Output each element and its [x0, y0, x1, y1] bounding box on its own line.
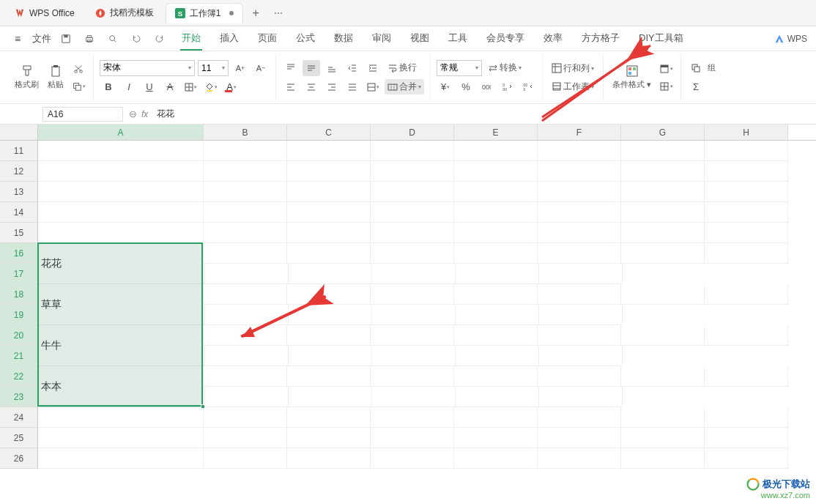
row-header-19[interactable]: 19	[0, 305, 38, 325]
ribbon-tab-formula[interactable]: 公式	[294, 27, 316, 51]
row-header-26[interactable]: 26	[0, 448, 38, 469]
cell-F25[interactable]	[538, 428, 621, 448]
redo-icon[interactable]	[151, 30, 168, 48]
fx-label[interactable]: fx	[141, 109, 148, 119]
cell-G26[interactable]	[621, 448, 705, 469]
ribbon-tab-fanggrid[interactable]: 方方格子	[580, 27, 621, 51]
cell-D25[interactable]	[371, 428, 454, 448]
align-justify-button[interactable]	[344, 79, 361, 95]
cell-G17[interactable]	[456, 264, 539, 284]
cell-G23[interactable]	[456, 387, 539, 407]
cell-C20[interactable]	[287, 325, 371, 346]
column-header-H[interactable]: H	[705, 125, 788, 140]
column-header-A[interactable]: A	[38, 125, 204, 140]
cell-C12[interactable]	[287, 161, 371, 182]
cell-B16[interactable]	[204, 243, 287, 264]
bold-button[interactable]: B	[100, 79, 117, 95]
cell-H15[interactable]	[705, 223, 788, 243]
cell-C15[interactable]	[287, 223, 371, 243]
ribbon-tab-efficiency[interactable]: 效率	[542, 27, 564, 51]
cell-E11[interactable]	[454, 141, 538, 161]
cell-F14[interactable]	[538, 202, 621, 223]
cell-B22[interactable]	[204, 366, 287, 387]
cell-E25[interactable]	[454, 428, 538, 448]
cell-H17[interactable]	[539, 264, 623, 284]
cell-F20[interactable]	[538, 325, 621, 346]
cell-E16[interactable]	[454, 243, 538, 264]
cell-A16[interactable]: 花花	[38, 243, 204, 284]
cell-H19[interactable]	[539, 305, 623, 325]
tab-wps-office[interactable]: WPS Office	[6, 3, 84, 23]
cell-B15[interactable]	[204, 223, 287, 243]
cell-A20[interactable]: 牛牛	[38, 325, 204, 366]
ribbon-tab-view[interactable]: 视图	[409, 27, 431, 51]
cell-F12[interactable]	[538, 161, 621, 182]
cell-E24[interactable]	[454, 407, 538, 428]
cell-E20[interactable]	[454, 325, 538, 346]
cell-B11[interactable]	[204, 141, 287, 161]
cell-G15[interactable]	[621, 223, 705, 243]
cell-A15[interactable]	[38, 223, 204, 243]
increase-indent-button[interactable]	[364, 60, 382, 76]
cell-F24[interactable]	[538, 407, 621, 428]
cell-A18[interactable]: 草草	[38, 284, 204, 325]
cell-H18[interactable]	[705, 284, 788, 305]
orientation-button[interactable]	[364, 79, 382, 95]
align-bottom-button[interactable]	[323, 60, 341, 76]
cell-F19[interactable]	[372, 305, 456, 325]
copy-button[interactable]	[70, 78, 87, 94]
cell-D24[interactable]	[371, 407, 454, 428]
row-header-23[interactable]: 23	[0, 387, 38, 407]
cell-E23[interactable]	[289, 387, 372, 407]
cell-G20[interactable]	[621, 325, 705, 346]
cell-B13[interactable]	[204, 182, 287, 202]
cell-A24[interactable]	[38, 407, 204, 428]
table-style-button[interactable]	[657, 61, 675, 77]
column-header-F[interactable]: F	[538, 125, 621, 140]
row-header-18[interactable]: 18	[0, 284, 38, 305]
row-header-11[interactable]: 11	[0, 141, 38, 161]
cell-E12[interactable]	[454, 161, 538, 182]
cell-E22[interactable]	[454, 366, 538, 387]
align-right-button[interactable]	[323, 79, 341, 95]
undo-icon[interactable]	[127, 30, 145, 48]
cell-D16[interactable]	[371, 243, 454, 264]
row-header-20[interactable]: 20	[0, 325, 38, 346]
cell-A11[interactable]	[38, 141, 204, 161]
cancel-formula-icon[interactable]: ⊖	[129, 108, 137, 119]
preview-icon[interactable]	[104, 30, 122, 48]
ribbon-tab-data[interactable]: 数据	[333, 27, 355, 51]
selection-fill-handle[interactable]	[201, 404, 205, 409]
tab-template[interactable]: 找稻壳模板	[86, 3, 163, 23]
cell-E15[interactable]	[454, 223, 538, 243]
cell-A13[interactable]	[38, 182, 204, 202]
cell-F22[interactable]	[538, 366, 621, 387]
cell-C16[interactable]	[287, 243, 371, 264]
cell-D12[interactable]	[371, 161, 454, 182]
underline-button[interactable]: U	[141, 79, 158, 95]
decrease-font-button[interactable]: A−	[252, 60, 270, 76]
menu-hamburger-icon[interactable]: ≡	[9, 30, 26, 48]
cell-E14[interactable]	[454, 202, 538, 223]
file-menu[interactable]: 文件	[32, 32, 51, 45]
percent-button[interactable]: %	[457, 79, 475, 95]
cell-G12[interactable]	[621, 161, 705, 182]
cell-G21[interactable]	[456, 346, 539, 366]
cell-C22[interactable]	[287, 366, 371, 387]
cell-D19[interactable]	[205, 305, 289, 325]
ribbon-tab-member[interactable]: 会员专享	[485, 27, 526, 51]
cell-C26[interactable]	[287, 448, 371, 469]
cell-H20[interactable]	[705, 325, 788, 346]
cell-E26[interactable]	[454, 448, 538, 469]
convert-button[interactable]: 转换▾	[485, 60, 524, 75]
cell-D15[interactable]	[371, 223, 454, 243]
fill-color-button[interactable]	[202, 79, 220, 95]
cells-area[interactable]: 花花草草牛牛本本	[38, 141, 816, 469]
cell-D11[interactable]	[371, 141, 454, 161]
ribbon-tab-page[interactable]: 页面	[256, 27, 278, 51]
align-top-button[interactable]	[282, 60, 300, 76]
cell-B25[interactable]	[204, 428, 287, 448]
italic-button[interactable]: I	[120, 79, 138, 95]
cell-E17[interactable]	[289, 264, 372, 284]
cell-C18[interactable]	[287, 284, 371, 305]
